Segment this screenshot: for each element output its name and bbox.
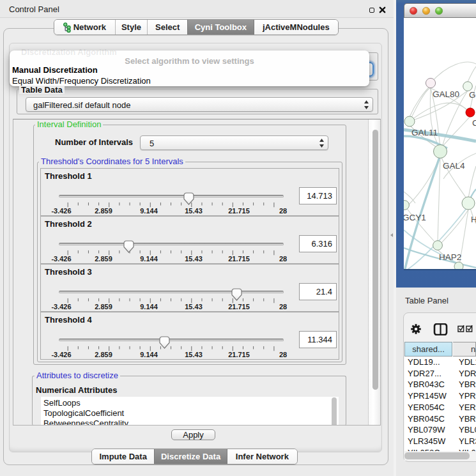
svg-text:H: H: [471, 215, 476, 224]
svg-text:G.: G.: [469, 90, 476, 100]
svg-text:GCY1: GCY1: [404, 213, 426, 222]
svg-text:C: C: [472, 118, 476, 128]
svg-text:GAL11: GAL11: [411, 128, 438, 137]
svg-text:GAL4: GAL4: [443, 161, 465, 171]
svg-text:HAP2: HAP2: [439, 252, 461, 262]
svg-text:GAL80: GAL80: [433, 89, 459, 99]
